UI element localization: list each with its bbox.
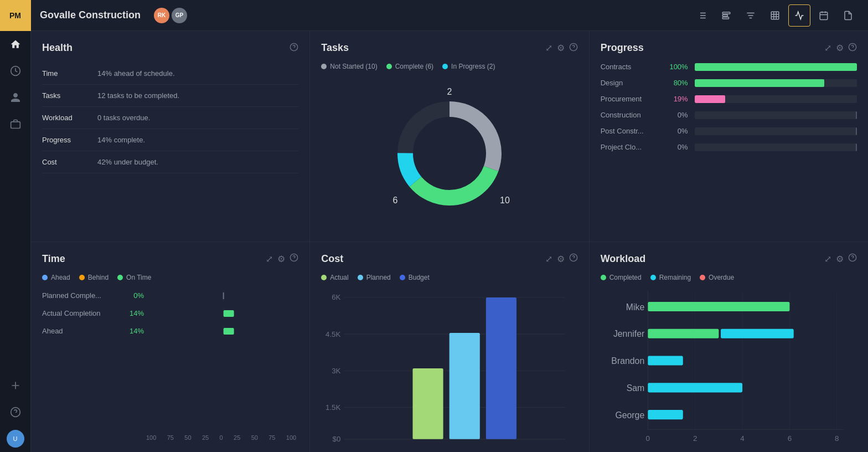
legend-in-progress: In Progress (2) [442, 63, 495, 70]
svg-text:Jennifer: Jennifer [613, 329, 645, 338]
progress-pct-design: 80% [668, 79, 688, 87]
svg-text:8: 8 [835, 434, 839, 443]
progress-label-construction: Construction [601, 111, 662, 119]
progress-help-icon[interactable] [848, 43, 857, 54]
sidebar-item-timeline[interactable] [0, 58, 31, 84]
health-title: Health [42, 42, 73, 54]
legend-dot-completed [601, 275, 606, 280]
progress-tick-construction [856, 111, 857, 119]
cost-help-icon[interactable] [569, 253, 578, 264]
svg-text:1.5K: 1.5K [326, 403, 340, 411]
workload-bar-jennifer-remaining [721, 328, 794, 338]
progress-actions: ⤢ ⚙ [824, 43, 857, 54]
sidebar-item-people[interactable] [0, 84, 31, 111]
cost-panel: Cost ⤢ ⚙ Actual Planned [310, 242, 588, 453]
chart-view-button[interactable] [788, 4, 810, 27]
calendar-view-button[interactable] [813, 4, 835, 27]
progress-pct-contracts: 100% [668, 63, 688, 71]
time-pct-actual: 14% [124, 309, 144, 317]
time-axis-labels: 100 75 50 25 0 25 50 75 100 [42, 434, 298, 441]
svg-text:$0: $0 [333, 435, 341, 443]
legend-dot-planned [358, 275, 363, 280]
time-chart-area: Planned Comple... 0% Actual Completi [42, 290, 298, 441]
health-table: Time 14% ahead of schedule. Tasks 12 tas… [42, 63, 298, 173]
time-axis-50-left: 50 [184, 434, 191, 441]
tasks-actions: ⤢ ⚙ [545, 43, 578, 54]
tasks-title: Tasks [321, 42, 349, 54]
progress-pct-post-constr: 0% [668, 127, 688, 135]
avatar-rk[interactable]: RK [154, 8, 169, 23]
time-axis-25-left: 25 [202, 434, 209, 441]
workload-settings-icon[interactable]: ⚙ [836, 254, 844, 264]
time-settings-icon[interactable]: ⚙ [277, 254, 285, 264]
progress-expand-icon[interactable]: ⤢ [824, 43, 831, 53]
progress-fill-design [695, 79, 825, 87]
sidebar-item-portfolio[interactable] [0, 111, 31, 137]
tasks-settings-icon[interactable]: ⚙ [557, 43, 565, 53]
gantt-view-button[interactable] [715, 4, 737, 27]
cost-bar-planned [450, 332, 480, 439]
health-panel-header: Health [42, 42, 298, 54]
doc-view-button[interactable] [837, 4, 859, 27]
legend-label-budget: Budget [409, 274, 430, 281]
health-help-icon[interactable] [290, 43, 298, 54]
time-help-icon[interactable] [290, 253, 298, 264]
time-axis-25-right: 25 [234, 434, 240, 441]
list-view-button[interactable] [691, 4, 713, 27]
workload-help-icon[interactable] [848, 253, 857, 264]
sidebar-item-home[interactable] [0, 31, 31, 58]
time-panel-header: Time ⤢ ⚙ [42, 253, 298, 265]
workload-chart-container: 0 2 4 6 8 Mike Jennifer Brandon [601, 290, 857, 453]
legend-label-complete: Complete (6) [395, 63, 433, 70]
cost-bar-actual [413, 368, 443, 439]
time-axis-100-left: 100 [146, 434, 156, 441]
legend-completed: Completed [601, 274, 642, 281]
time-expand-icon[interactable]: ⤢ [266, 254, 273, 264]
sidebar-help-button[interactable] [0, 399, 31, 425]
health-value-cost: 42% under budget. [97, 151, 298, 173]
progress-label-project-clo: Project Clo... [601, 143, 662, 151]
user-avatar[interactable]: U [7, 430, 24, 448]
app-logo[interactable]: PM [0, 0, 31, 31]
progress-label-contracts: Contracts [601, 63, 662, 71]
progress-panel: Progress ⤢ ⚙ Contracts 100% [590, 31, 868, 242]
cost-expand-icon[interactable]: ⤢ [545, 254, 552, 264]
health-label-progress: Progress [42, 129, 97, 151]
svg-text:3K: 3K [332, 366, 340, 374]
svg-rect-37 [223, 292, 224, 299]
progress-fill-contracts [695, 63, 857, 71]
progress-pct-construction: 0% [668, 111, 688, 119]
table-view-button[interactable] [764, 4, 786, 27]
time-bar-ahead [148, 326, 298, 337]
legend-dot-behind [79, 275, 85, 280]
health-row-workload: Workload 0 tasks overdue. [42, 107, 298, 129]
progress-label-post-constr: Post Constr... [601, 127, 662, 135]
time-row-planned: Planned Comple... 0% [42, 290, 298, 301]
svg-text:6: 6 [393, 196, 398, 205]
avatar-gp[interactable]: GP [172, 8, 187, 23]
health-label-tasks: Tasks [42, 85, 97, 107]
topbar: Govalle Construction RK GP [31, 0, 868, 31]
time-bar-planned [148, 290, 298, 301]
workload-panel-header: Workload ⤢ ⚙ [601, 253, 857, 265]
progress-tick-post-constr [856, 127, 857, 135]
workload-expand-icon[interactable]: ⤢ [824, 254, 831, 264]
legend-dot-on-time [117, 275, 123, 280]
legend-label-ahead: Ahead [51, 274, 70, 281]
legend-actual: Actual [321, 274, 348, 281]
legend-ahead: Ahead [42, 274, 70, 281]
time-axis-75-left: 75 [167, 434, 174, 441]
sidebar-add-button[interactable] [0, 372, 31, 399]
workload-bar-george-remaining [648, 410, 683, 419]
legend-planned: Planned [358, 274, 391, 281]
legend-behind: Behind [79, 274, 108, 281]
tasks-help-icon[interactable] [569, 43, 578, 54]
progress-panel-header: Progress ⤢ ⚙ [601, 42, 857, 54]
progress-row-project-clo: Project Clo... 0% [601, 143, 857, 151]
workload-actions: ⤢ ⚙ [824, 253, 857, 264]
legend-label-behind: Behind [88, 274, 108, 281]
filter-button[interactable] [740, 4, 762, 27]
tasks-expand-icon[interactable]: ⤢ [545, 43, 552, 53]
progress-settings-icon[interactable]: ⚙ [836, 43, 844, 53]
cost-settings-icon[interactable]: ⚙ [557, 254, 565, 264]
